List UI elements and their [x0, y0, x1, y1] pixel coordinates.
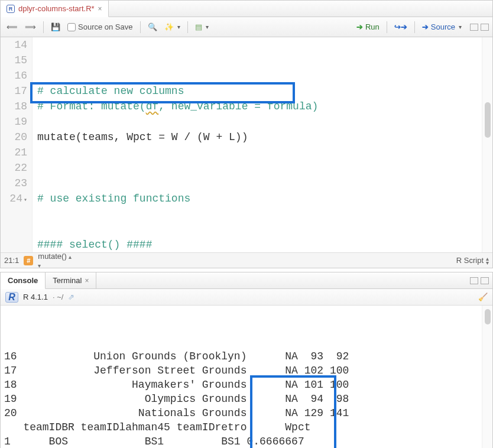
minimize-pane-button[interactable]: [470, 277, 478, 284]
magic-wand-button[interactable]: ✨▾: [162, 20, 183, 34]
code-body[interactable]: # calculate new columns# Format: mutate(…: [33, 37, 482, 252]
console-tabbar: Console Terminal×: [1, 272, 492, 289]
run-label: Run: [365, 22, 380, 31]
find-button[interactable]: 🔍: [145, 20, 160, 34]
close-icon[interactable]: ×: [85, 277, 89, 285]
arrow-left-icon: ⟸: [7, 22, 18, 31]
language-selector[interactable]: R Script ▴▾: [456, 256, 489, 265]
source-statusbar: 21:1 # mutate() ▴▾ R Script ▴▾: [1, 252, 492, 268]
tab-terminal[interactable]: Terminal×: [46, 272, 96, 289]
run-button[interactable]: ➔ Run: [354, 20, 382, 34]
scope-label[interactable]: mutate() ▴▾: [38, 252, 72, 270]
chevron-down-icon: ▾: [206, 24, 209, 30]
source-toolbar: ⟸ ⟹ 💾 Source on Save 🔍 ✨▾ ▤▾ ➔ Run ↪➔ ➔ …: [1, 17, 492, 37]
language-label: R Script: [456, 256, 484, 265]
vertical-scrollbar[interactable]: [482, 37, 492, 252]
checkbox-icon: [67, 23, 76, 31]
pane-window-controls: [470, 277, 489, 284]
chevron-down-icon: ▾: [459, 24, 462, 30]
notebook-icon: ▤: [195, 22, 202, 31]
back-button[interactable]: ⟸: [4, 20, 20, 34]
rerun-button[interactable]: ↪➔: [392, 20, 410, 34]
code-editor[interactable]: 1415161718192021222324▾ # calculate new …: [1, 37, 492, 252]
source-on-save-label: Source on Save: [78, 22, 133, 31]
save-icon: 💾: [51, 22, 60, 31]
search-icon: 🔍: [148, 22, 157, 31]
source-label: Source: [431, 22, 455, 31]
scope-badge-icon: #: [24, 256, 33, 265]
source-pane: R dplyr-columns-start.R* × ⟸ ⟹ 💾 Source …: [0, 0, 493, 268]
save-button[interactable]: 💾: [48, 20, 63, 34]
source-tabbar: R dplyr-columns-start.R* ×: [1, 1, 492, 17]
source-on-save-toggle[interactable]: Source on Save: [65, 20, 135, 34]
console-output[interactable]: 16 Union Grounds (Brooklyn) NA 93 9217 J…: [1, 306, 482, 448]
console-toolbar: R R 4.1.1 · ~/ ⇗ 🧹: [1, 289, 492, 306]
minimize-pane-button[interactable]: [470, 24, 478, 31]
maximize-pane-button[interactable]: [481, 24, 489, 31]
clear-console-icon[interactable]: 🧹: [478, 293, 488, 301]
close-icon[interactable]: ×: [98, 5, 102, 13]
share-icon[interactable]: ⇗: [68, 293, 74, 301]
file-tab[interactable]: R dplyr-columns-start.R* ×: [1, 1, 109, 17]
pane-window-controls: [470, 24, 489, 31]
forward-button[interactable]: ⟹: [22, 20, 38, 34]
run-icon: ➔: [356, 22, 363, 31]
chevron-down-icon: ▾: [177, 24, 180, 30]
working-dir[interactable]: · ~/: [53, 293, 63, 301]
maximize-pane-button[interactable]: [481, 277, 489, 284]
arrow-right-icon: ⟹: [25, 22, 36, 31]
source-button[interactable]: ➔ Source ▾: [420, 20, 464, 34]
tab-console[interactable]: Console: [1, 272, 46, 289]
rerun-icon: ↪➔: [394, 22, 407, 31]
r-logo-icon: R: [5, 292, 18, 303]
r-file-icon: R: [7, 5, 15, 13]
report-button[interactable]: ▤▾: [193, 20, 211, 34]
line-gutter: 1415161718192021222324▾: [1, 37, 33, 252]
wand-icon: ✨: [164, 22, 174, 31]
vertical-scrollbar[interactable]: [482, 306, 492, 448]
cursor-position: 21:1: [4, 256, 19, 265]
r-version: R 4.1.1: [23, 293, 48, 301]
source-arrow-icon: ➔: [422, 22, 429, 31]
console-pane: Console Terminal× R R 4.1.1 · ~/ ⇗ 🧹 16 …: [0, 272, 493, 448]
file-tab-label: dplyr-columns-start.R*: [18, 4, 95, 13]
